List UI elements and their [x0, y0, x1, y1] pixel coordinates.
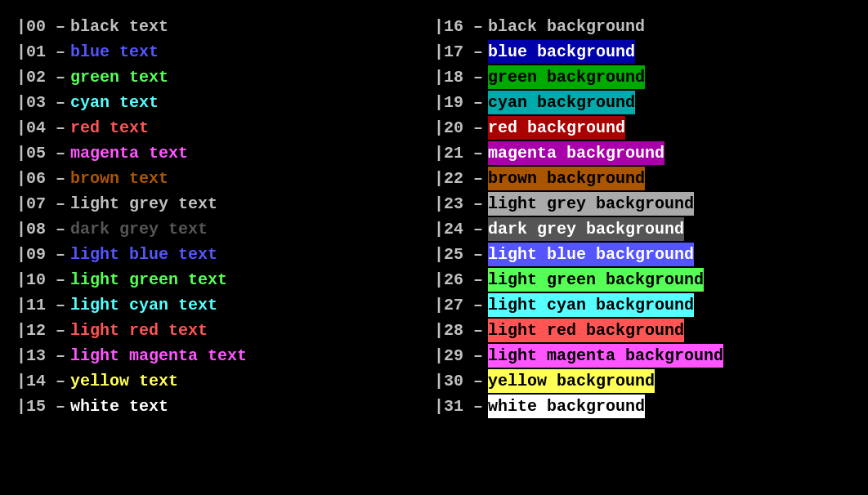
color-label: light red background [488, 319, 684, 342]
list-item: |25–light blue background [434, 243, 852, 266]
color-label: magenta background [488, 141, 664, 165]
list-item: |24–dark grey background [434, 217, 852, 241]
color-code: |07 [16, 192, 51, 216]
color-code: |25 [434, 243, 468, 266]
color-label: black background [488, 15, 645, 38]
color-label: light blue background [488, 243, 694, 266]
dash-separator: – [473, 344, 483, 368]
list-item: |19–cyan background [434, 91, 852, 114]
color-code: |14 [16, 369, 51, 393]
color-label: cyan background [488, 91, 635, 114]
dash-separator: – [473, 15, 483, 38]
color-code: |28 [434, 319, 468, 342]
list-item: |01–blue text [16, 40, 434, 64]
color-label: light green background [488, 268, 704, 292]
list-item: |17–blue background [434, 40, 852, 64]
list-item: |22–brown background [434, 167, 852, 190]
color-code: |05 [16, 141, 51, 165]
dash-separator: – [56, 192, 65, 216]
list-item: |14–yellow text [16, 369, 434, 393]
color-code: |02 [16, 65, 51, 89]
left-column: |00–black text|01–blue text|02–green tex… [16, 15, 434, 418]
dash-separator: – [473, 319, 483, 342]
dash-separator: – [56, 243, 65, 266]
list-item: |11–light cyan text [16, 293, 434, 317]
dash-separator: – [56, 40, 65, 64]
dash-separator: – [473, 369, 483, 393]
color-label: dark grey text [70, 217, 208, 241]
list-item: |26–light green background [434, 268, 852, 292]
list-item: |18–green background [434, 65, 852, 89]
list-item: |04–red text [16, 116, 434, 140]
dash-separator: – [56, 268, 65, 292]
list-item: |13–light magenta text [16, 344, 434, 368]
color-label: dark grey background [488, 217, 684, 241]
dash-separator: – [56, 344, 65, 368]
color-code: |29 [434, 344, 468, 368]
list-item: |03–cyan text [16, 91, 434, 114]
color-label: white background [488, 395, 645, 418]
list-item: |28–light red background [434, 319, 852, 342]
color-code: |17 [434, 40, 468, 64]
color-code: |18 [434, 65, 468, 89]
color-label: yellow background [488, 369, 655, 393]
color-label: light cyan text [70, 293, 217, 317]
color-label: brown text [70, 167, 168, 190]
color-code: |23 [434, 192, 468, 216]
list-item: |05–magenta text [16, 141, 434, 165]
list-item: |09–light blue text [16, 243, 434, 266]
dash-separator: – [473, 395, 483, 418]
dash-separator: – [473, 217, 483, 241]
dash-separator: – [473, 40, 483, 64]
color-label: blue text [70, 40, 159, 64]
color-code: |21 [434, 141, 468, 165]
color-code: |11 [16, 293, 51, 317]
dash-separator: – [56, 319, 65, 342]
color-code: |01 [16, 40, 51, 64]
list-item: |08–dark grey text [16, 217, 434, 241]
list-item: |12–light red text [16, 319, 434, 342]
color-label: magenta text [70, 141, 188, 165]
dash-separator: – [473, 192, 483, 216]
color-code: |06 [16, 167, 51, 190]
list-item: |21–magenta background [434, 141, 852, 165]
color-label: yellow text [70, 369, 178, 393]
color-label: green background [488, 65, 645, 89]
color-label: light cyan background [488, 293, 694, 317]
color-code: |10 [16, 268, 51, 292]
list-item: |23–light grey background [434, 192, 852, 216]
color-code: |22 [434, 167, 468, 190]
list-item: |20–red background [434, 116, 852, 140]
dash-separator: – [473, 268, 483, 292]
dash-separator: – [56, 369, 65, 393]
list-item: |07–light grey text [16, 192, 434, 216]
color-label: brown background [488, 167, 645, 190]
color-label: light red text [70, 319, 208, 342]
dash-separator: – [56, 65, 65, 89]
dash-separator: – [56, 217, 65, 241]
list-item: |02–green text [16, 65, 434, 89]
color-label: red text [70, 116, 149, 140]
color-code: |26 [434, 268, 468, 292]
dash-separator: – [56, 167, 65, 190]
list-item: |30–yellow background [434, 369, 852, 393]
list-item: |06–brown text [16, 167, 434, 190]
color-label: light green text [70, 268, 227, 292]
color-code: |30 [434, 369, 468, 393]
list-item: |10–light green text [16, 268, 434, 292]
dash-separator: – [473, 243, 483, 266]
list-item: |31–white background [434, 395, 852, 418]
list-item: |29–light magenta background [434, 344, 852, 368]
color-label: black text [70, 15, 168, 38]
dash-separator: – [473, 141, 483, 165]
color-label: blue background [488, 40, 635, 64]
color-code: |13 [16, 344, 51, 368]
dash-separator: – [56, 91, 65, 114]
list-item: |16–black background [434, 15, 852, 38]
dash-separator: – [56, 141, 65, 165]
dash-separator: – [56, 293, 65, 317]
color-label: light blue text [70, 243, 217, 266]
dash-separator: – [56, 395, 65, 418]
dash-separator: – [473, 65, 483, 89]
color-code: |12 [16, 319, 51, 342]
